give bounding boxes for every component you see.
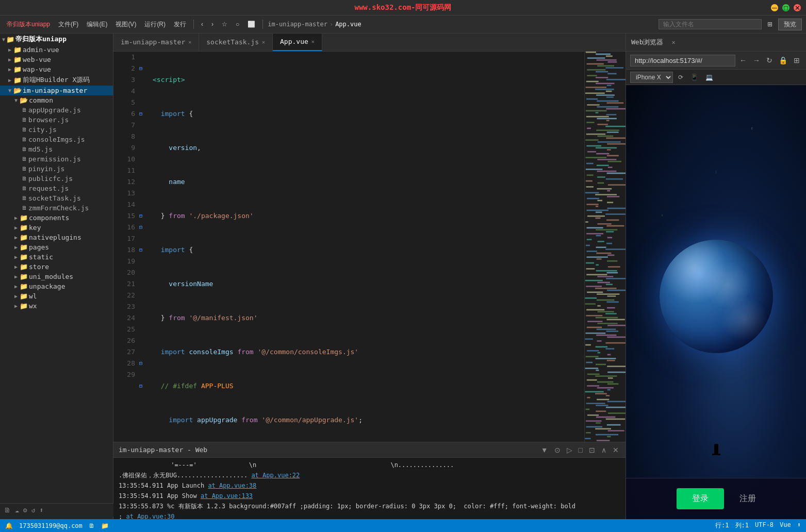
minimize-button[interactable]: ─	[771, 4, 778, 11]
login-button[interactable]: 登录	[677, 488, 724, 509]
toolbar-menu-publish[interactable]: 发行	[171, 19, 189, 30]
status-line: 行:1	[715, 521, 729, 530]
console-up-btn[interactable]: ∧	[600, 446, 608, 454]
device-select[interactable]: iPhone X	[630, 72, 673, 83]
sidebar-label: admin-vue	[23, 46, 59, 54]
browser-tab-close[interactable]: ✕	[671, 39, 675, 46]
browser-back-btn[interactable]: ←	[737, 55, 749, 65]
filter-icon[interactable]: ⊞	[765, 20, 775, 29]
sidebar-label: wap-vue	[23, 65, 51, 73]
sidebar-item-key[interactable]: ▶ 📁 key	[0, 223, 113, 232]
sidebar-item-sockettask[interactable]: 🗎 socketTask.js	[0, 193, 113, 203]
sidebar-item-zmmformcheck[interactable]: 🗎 zmmFormCheck.js	[0, 203, 113, 213]
folder-icon: 📁	[20, 243, 28, 251]
sidebar-item-common[interactable]: ▼ 📂 common	[0, 95, 113, 105]
sidebar-item-permission[interactable]: 🗎 permission.js	[0, 154, 113, 164]
tab-appvue[interactable]: App.vue ✕	[273, 34, 322, 51]
device-tablet-btn[interactable]: 💻	[703, 73, 715, 82]
sidebar-icon-4[interactable]: ↺	[31, 506, 36, 514]
tab-sockettask[interactable]: socketTask.js ✕	[199, 34, 273, 51]
sidebar-item-im-uniapp[interactable]: ▼ 📂 im-uniapp-master	[0, 86, 113, 95]
close-button[interactable]: ✕	[794, 4, 801, 11]
sidebar-item-city[interactable]: 🗎 city.js	[0, 125, 113, 135]
status-lang: Vue	[780, 521, 791, 530]
toolbar-menu-file[interactable]: 文件(F)	[56, 19, 81, 30]
sidebar-item-unpackage[interactable]: ▶ 📁 unpackage	[0, 281, 113, 291]
sidebar-item-web-vue[interactable]: ▶ 📁 web-vue	[0, 55, 113, 64]
toolbar-menu-view[interactable]: 视图(V)	[113, 19, 139, 30]
sidebar-item-root[interactable]: ▼ 📁 帝归版本uniapp	[0, 34, 113, 45]
back-button[interactable]: ‹	[199, 20, 206, 29]
device-phone-btn[interactable]: 📱	[688, 73, 700, 82]
browser-lock-btn[interactable]: 🔒	[777, 55, 789, 65]
code-line-10: // #ifdef APP-PLUS	[153, 380, 579, 392]
file-search-input[interactable]	[659, 19, 762, 29]
console-stop-btn[interactable]: □	[577, 446, 584, 454]
toolbar-menu-edit[interactable]: 编辑(E)	[84, 19, 110, 30]
code-content[interactable]: <script> import { version, name } from '…	[147, 52, 584, 442]
tab-im-uniapp[interactable]: im-uniapp-master ✕	[113, 34, 199, 51]
sidebar-item-static[interactable]: ▶ 📁 static	[0, 252, 113, 262]
maximize-button[interactable]: □	[782, 4, 789, 11]
sidebar-item-hbuilder[interactable]: ▶ 📁 前端HBuilder X源码	[0, 74, 113, 86]
expand-arrow: ▶	[14, 235, 18, 240]
tab-button[interactable]: ⬜	[245, 20, 258, 29]
toolbar-menu-run[interactable]: 运行(R)	[142, 19, 168, 30]
sidebar-item-consoleimgs[interactable]: 🗎 consoleImgs.js	[0, 135, 113, 144]
sidebar-item-request[interactable]: 🗎 request.js	[0, 184, 113, 193]
sidebar-item-pages[interactable]: ▶ 📁 pages	[0, 242, 113, 252]
console-link-1[interactable]: at App.vue:22	[251, 472, 300, 479]
sidebar-label: unpackage	[29, 282, 65, 290]
sidebar-icon-5[interactable]: ⬆	[39, 506, 43, 514]
code-line-3: version,	[153, 142, 579, 154]
expand-arrow: ▶	[14, 244, 18, 250]
sidebar-item-publicfc[interactable]: 🗎 publicfc.js	[0, 174, 113, 184]
toolbar-menu-uniapp[interactable]: 帝归版本uniapp	[4, 19, 53, 30]
person-silhouette	[714, 444, 718, 454]
console-link-4[interactable]: at App.vue:30	[126, 513, 174, 519]
browser-grid-btn[interactable]: ⊞	[792, 55, 802, 65]
console-expand-btn[interactable]: ▼	[539, 446, 550, 454]
browser-refresh-btn[interactable]: ↻	[764, 55, 775, 65]
sidebar-icon-3[interactable]: ⚙	[23, 506, 27, 514]
sidebar-item-nativeplugins[interactable]: ▶ 📁 nativeplugins	[0, 232, 113, 242]
forward-button[interactable]: ›	[209, 20, 216, 29]
file-icon: 🗎	[22, 156, 27, 162]
expand-arrow: ▶	[14, 215, 18, 221]
sidebar-item-wl[interactable]: ▶ 📁 wl	[0, 291, 113, 301]
bookmark-button[interactable]: ☆	[219, 20, 230, 29]
browser-forward-btn[interactable]: →	[751, 55, 762, 65]
code-editor[interactable]: 1 2 3 4 5 6 7 8 9 10 11 12 13	[113, 52, 626, 442]
sidebar-item-appupgrade[interactable]: 🗎 appUpgrade.js	[0, 105, 113, 115]
editor-area: im-uniapp-master ✕ socketTask.js ✕ App.v…	[113, 34, 626, 519]
console-record-btn[interactable]: ⊡	[587, 446, 597, 454]
sidebar-item-store[interactable]: ▶ 📁 store	[0, 262, 113, 272]
register-button[interactable]: 注册	[739, 493, 756, 504]
console-circle-btn[interactable]: ⊙	[553, 446, 562, 454]
console-link-2[interactable]: at App.vue:38	[208, 482, 256, 489]
device-rotate-btn[interactable]: ⟳	[676, 73, 685, 82]
tab-close-socket[interactable]: ✕	[262, 39, 265, 45]
browser-url-input[interactable]	[630, 55, 735, 66]
expand-arrow: ▶	[14, 264, 18, 270]
preview-button[interactable]: 预览	[778, 19, 802, 30]
console-play-btn[interactable]: ▷	[565, 446, 574, 454]
breadcrumb-file[interactable]: App.vue	[335, 21, 361, 28]
history-button[interactable]: ○	[233, 20, 242, 29]
console-link-3[interactable]: at App.vue:133	[201, 492, 253, 500]
tab-close-app[interactable]: ✕	[311, 39, 315, 44]
sidebar-item-md5[interactable]: 🗎 md5.js	[0, 144, 113, 154]
sidebar-item-wx[interactable]: ▶ 📁 wx	[0, 301, 113, 311]
sidebar-item-admin-vue[interactable]: ▶ 📁 admin-vue	[0, 45, 113, 55]
status-upload-icon[interactable]: ⬆	[797, 521, 801, 530]
sidebar-item-browser[interactable]: 🗎 browser.js	[0, 115, 113, 125]
sidebar-item-wap-vue[interactable]: ▶ 📁 wap-vue	[0, 64, 113, 74]
sidebar-item-pinyin[interactable]: 🗎 pinyin.js	[0, 164, 113, 174]
tab-close-im[interactable]: ✕	[188, 39, 191, 45]
sidebar-icon-2[interactable]: ☁	[15, 506, 19, 514]
sidebar-item-components[interactable]: ▶ 📁 components	[0, 213, 113, 223]
breadcrumb-root[interactable]: im-uniapp-master	[268, 21, 327, 28]
console-close-btn[interactable]: ✕	[611, 446, 620, 454]
sidebar-item-uni-modules[interactable]: ▶ 📁 uni_modules	[0, 272, 113, 281]
sidebar-icon-1[interactable]: 🗎	[4, 506, 11, 514]
